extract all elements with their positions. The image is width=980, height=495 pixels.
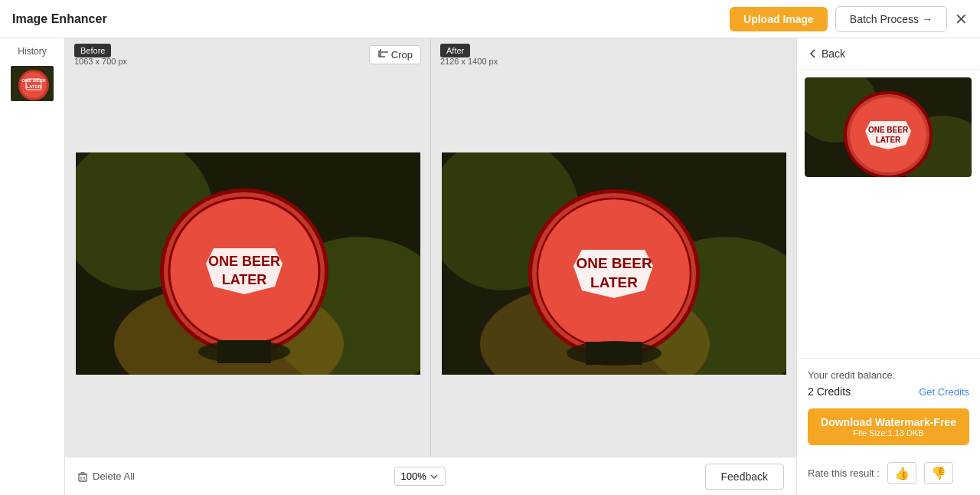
history-label: History bbox=[18, 46, 46, 57]
delete-all-button[interactable]: Delete All bbox=[77, 470, 135, 482]
after-dimensions: 2126 x 1400 px bbox=[440, 57, 498, 66]
app-header: Image Enhancer Upload Image Batch Proces… bbox=[0, 0, 980, 38]
after-label: After bbox=[440, 44, 470, 57]
svg-rect-29 bbox=[586, 342, 642, 365]
preview-image: ONE BEER LATER bbox=[805, 77, 972, 177]
credit-count: 2 Credits bbox=[808, 385, 851, 398]
after-panel-header: After 2126 x 1400 px bbox=[431, 38, 796, 70]
crop-button[interactable]: Crop bbox=[369, 45, 421, 64]
upload-image-button[interactable]: Upload Image bbox=[730, 7, 828, 31]
center-content: Before 1063 x 700 px Crop bbox=[65, 38, 796, 495]
svg-text:ONE BEER: ONE BEER bbox=[868, 126, 909, 134]
preview-svg: ONE BEER LATER bbox=[805, 77, 972, 177]
right-sidebar: Back ONE BEER LATER bbox=[796, 38, 980, 495]
bottom-bar: Delete All 100% Feedback bbox=[65, 457, 796, 495]
after-image: ONE BEER LATER bbox=[442, 152, 786, 375]
thumbs-down-button[interactable]: 👎 bbox=[924, 462, 953, 484]
svg-text:ONE BEER: ONE BEER bbox=[576, 255, 652, 271]
zoom-control[interactable]: 100% bbox=[394, 467, 446, 486]
history-sidebar: History ONE BEER LATER bbox=[0, 38, 65, 495]
after-image-container: ONE BEER LATER bbox=[431, 70, 796, 457]
credit-row: 2 Credits Get Credits bbox=[808, 385, 969, 398]
comparison-area: Before 1063 x 700 px Crop bbox=[65, 38, 796, 457]
crop-label: Crop bbox=[391, 49, 413, 61]
get-credits-link[interactable]: Get Credits bbox=[919, 386, 969, 398]
svg-rect-17 bbox=[217, 340, 271, 363]
svg-text:LATER: LATER bbox=[221, 272, 266, 287]
download-filesize: File Size:1.13 DKB bbox=[815, 428, 962, 438]
before-image: ONE BEER LATER bbox=[76, 152, 420, 375]
back-arrow-icon bbox=[808, 48, 818, 59]
app-title: Image Enhancer bbox=[12, 12, 107, 26]
download-label: Download Watermark-Free bbox=[821, 416, 956, 428]
right-sidebar-header: Back bbox=[797, 38, 980, 70]
credit-section: Your credit balance: 2 Credits Get Credi… bbox=[797, 358, 980, 451]
credit-label: Your credit balance: bbox=[808, 369, 969, 381]
svg-text:LATER: LATER bbox=[590, 274, 638, 290]
header-right: Upload Image Batch Process → ✕ bbox=[730, 6, 968, 32]
back-button[interactable]: Back bbox=[808, 48, 845, 60]
svg-text:LATER: LATER bbox=[26, 84, 41, 89]
svg-text:ONE BEER: ONE BEER bbox=[207, 254, 279, 269]
download-button[interactable]: Download Watermark-Free File Size:1.13 D… bbox=[808, 408, 969, 445]
after-label-box: After 2126 x 1400 px bbox=[440, 43, 498, 66]
svg-rect-30 bbox=[79, 474, 87, 481]
rate-label: Rate this result : bbox=[808, 467, 880, 479]
header-left: Image Enhancer bbox=[12, 12, 107, 26]
main-layout: History ONE BEER LATER bbox=[0, 38, 980, 495]
feedback-button[interactable]: Feedback bbox=[705, 464, 784, 490]
thumbs-up-button[interactable]: 👍 bbox=[887, 462, 916, 484]
close-button[interactable]: ✕ bbox=[955, 10, 968, 28]
before-image-container: ONE BEER LATER bbox=[65, 70, 430, 457]
batch-process-button[interactable]: Batch Process → bbox=[835, 6, 947, 32]
before-panel-header: Before 1063 x 700 px Crop bbox=[65, 38, 430, 70]
history-thumbnail[interactable]: ONE BEER LATER bbox=[9, 64, 55, 103]
before-dimensions: 1063 x 700 px bbox=[74, 57, 127, 66]
before-label: Before bbox=[74, 44, 111, 57]
svg-text:LATER: LATER bbox=[876, 136, 901, 144]
chevron-down-icon bbox=[430, 472, 439, 481]
trash-icon bbox=[77, 471, 88, 482]
before-label-box: Before 1063 x 700 px bbox=[74, 43, 127, 66]
zoom-value: 100% bbox=[401, 470, 426, 482]
delete-all-label: Delete All bbox=[93, 470, 135, 482]
preview-image-container: ONE BEER LATER bbox=[797, 70, 980, 185]
rate-section: Rate this result : 👍 👎 bbox=[797, 451, 980, 495]
after-panel: After 2126 x 1400 px bbox=[431, 38, 796, 457]
back-label: Back bbox=[822, 48, 845, 60]
crop-icon bbox=[377, 49, 388, 60]
before-panel: Before 1063 x 700 px Crop bbox=[65, 38, 431, 457]
